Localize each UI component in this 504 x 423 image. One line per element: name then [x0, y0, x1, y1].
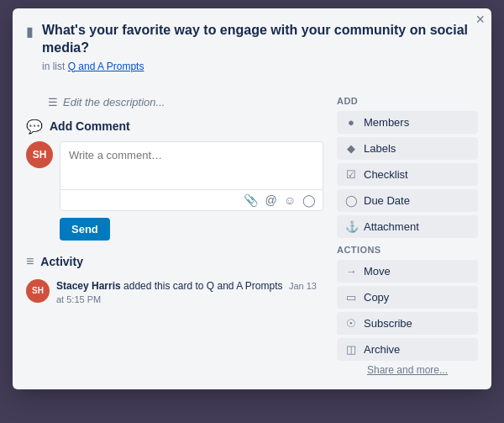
activity-text: Stacey Harris added this card to Q and A…: [56, 279, 323, 308]
activity-avatar: SH: [26, 279, 50, 303]
modal-sidebar: Add ● Members ◆ Labels ☑ Checklist: [337, 93, 478, 376]
close-button[interactable]: ×: [469, 8, 491, 30]
activity-item: SH Stacey Harris added this card to Q an…: [26, 279, 323, 308]
add-comment-header: 💬 Add Comment: [26, 119, 323, 135]
activity-section: ≡ Activity SH Stacey Harris added this c…: [26, 254, 323, 308]
card-list-info: in list Q and A Prompts: [42, 61, 478, 72]
comment-icon: 💬: [26, 119, 43, 135]
members-icon: ●: [345, 116, 357, 129]
comment-section: 💬 Add Comment SH 📎 @ ☺ ◯: [26, 119, 323, 241]
copy-button[interactable]: ▭ Copy: [337, 286, 478, 309]
comment-box: 📎 @ ☺ ◯: [60, 141, 323, 211]
copy-icon: ▭: [345, 291, 357, 304]
add-section-title: Add: [337, 96, 478, 106]
card-icon: ▮: [26, 24, 34, 40]
edit-icon: ☰: [48, 96, 58, 108]
modal-header: ▮ What's your favorite way to engage wit…: [13, 8, 491, 79]
send-button[interactable]: Send: [60, 218, 110, 241]
add-buttons-group: ● Members ◆ Labels ☑ Checklist ◯ Due Dat…: [337, 111, 478, 238]
comment-input-area: SH 📎 @ ☺ ◯: [26, 141, 323, 211]
modal-body: ☰ Edit the description... 💬 Add Comment …: [13, 79, 491, 389]
modal-left: ☰ Edit the description... 💬 Add Comment …: [26, 93, 337, 376]
comment-textarea[interactable]: [60, 142, 323, 186]
comment-toolbar: 📎 @ ☺ ◯: [60, 189, 323, 210]
card-list-link[interactable]: Q and A Prompts: [68, 61, 144, 72]
labels-icon: ◆: [345, 142, 357, 155]
user-avatar: SH: [26, 141, 53, 168]
actions-section-title: Actions: [337, 245, 478, 255]
due-date-icon: ◯: [345, 194, 357, 207]
archive-icon: ◫: [345, 343, 357, 356]
attachment-icon[interactable]: ◯: [302, 193, 316, 207]
emoji-icon[interactable]: ☺: [284, 193, 296, 207]
checklist-icon: ☑: [345, 168, 357, 181]
header-content: What's your favorite way to engage with …: [42, 22, 478, 72]
move-icon: →: [345, 265, 357, 278]
attachment-btn-icon: ⚓: [345, 220, 357, 233]
due-date-button[interactable]: ◯ Due Date: [337, 189, 478, 212]
subscribe-icon: ☉: [345, 317, 357, 330]
paperclip-icon[interactable]: 📎: [244, 193, 258, 207]
mention-icon[interactable]: @: [265, 193, 276, 207]
card-modal: ▮ What's your favorite way to engage wit…: [13, 8, 491, 389]
share-more-link[interactable]: Share and more...: [337, 364, 478, 376]
edit-description-link[interactable]: Edit the description...: [63, 96, 165, 108]
checklist-button[interactable]: ☑ Checklist: [337, 163, 478, 186]
archive-button[interactable]: ◫ Archive: [337, 338, 478, 361]
card-title: What's your favorite way to engage with …: [42, 22, 478, 57]
actions-group: Actions → Move ▭ Copy ☉ Subscribe ◫: [337, 245, 478, 361]
members-button[interactable]: ● Members: [337, 111, 478, 134]
edit-description[interactable]: ☰ Edit the description...: [48, 96, 323, 108]
subscribe-button[interactable]: ☉ Subscribe: [337, 312, 478, 335]
move-button[interactable]: → Move: [337, 260, 478, 283]
activity-header: ≡ Activity: [26, 254, 323, 269]
attachment-button[interactable]: ⚓ Attachment: [337, 215, 478, 238]
labels-button[interactable]: ◆ Labels: [337, 137, 478, 160]
activity-icon: ≡: [26, 254, 34, 269]
